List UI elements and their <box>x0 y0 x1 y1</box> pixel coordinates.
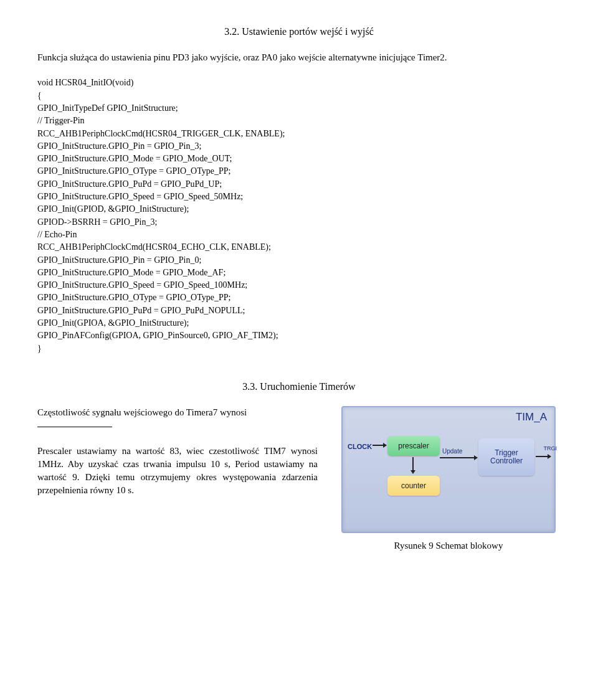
diagram-counter-box: counter <box>387 476 440 496</box>
code-block-initio: void HCSR04_InitIO(void) { GPIO_InitType… <box>37 77 561 355</box>
diagram-trigger-box: Trigger Controller <box>478 438 534 476</box>
diagram-trigger-line2: Controller <box>490 457 523 465</box>
arrow-update <box>440 457 477 458</box>
arrow-trg-out <box>536 456 551 457</box>
figure-caption: Rysunek 9 Schemat blokowy <box>394 539 503 552</box>
diagram-tim-label: TIM_A <box>516 410 547 425</box>
diagram-prescaler-box: prescaler <box>387 436 440 456</box>
prescaler-text: Prescaler ustawiamy na wartość 83, wiec … <box>37 445 318 497</box>
arrow-prescaler-down <box>412 457 414 473</box>
section-3-3-title: 3.3. Uruchomienie Timerów <box>37 380 561 394</box>
section-3-2-title: 3.2. Ustawienie portów wejść i wyjść <box>37 25 561 39</box>
diagram-update-label: Update <box>442 447 462 456</box>
arrow-clock-in <box>373 445 386 446</box>
timer-block-diagram: TIM_A CLOCK prescaler counter Update Tri… <box>341 406 556 533</box>
frequency-text: Częstotliwość sygnału wejściowego do Tim… <box>37 406 318 419</box>
diagram-clock-label: CLOCK <box>348 442 372 452</box>
diagram-trg-label: TRGI <box>544 445 558 453</box>
section-3-2-intro: Funkcja służąca do ustawienia pinu PD3 j… <box>37 51 561 64</box>
divider-short <box>37 427 112 427</box>
